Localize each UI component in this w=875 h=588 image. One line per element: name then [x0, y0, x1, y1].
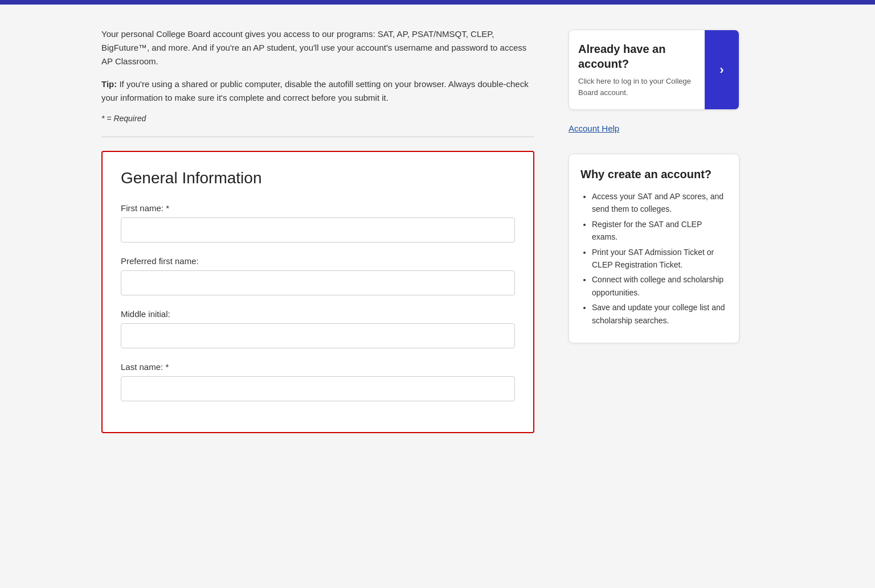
tip-body: If you're using a shared or public compu…: [101, 79, 529, 102]
preferred-first-name-label: Preferred first name:: [121, 256, 515, 266]
already-have-account-text: Already have an account? Click here to l…: [569, 30, 705, 109]
divider: [101, 137, 534, 137]
why-create-title: Why create an account?: [580, 168, 727, 181]
why-create-list: Access your SAT and AP scores, and send …: [580, 190, 727, 327]
preferred-first-name-group: Preferred first name:: [121, 256, 515, 295]
preferred-first-name-input[interactable]: [121, 270, 515, 295]
sidebar: Already have an account? Click here to l…: [569, 27, 739, 433]
account-help-link[interactable]: Account Help: [569, 124, 739, 133]
middle-initial-label: Middle initial:: [121, 309, 515, 319]
list-item: Save and update your college list and sc…: [592, 301, 727, 327]
already-have-account-card[interactable]: Already have an account? Click here to l…: [569, 30, 739, 110]
already-have-account-subtitle: Click here to log in to your College Boa…: [578, 76, 696, 98]
already-have-account-title: Already have an account?: [578, 42, 696, 71]
why-create-card: Why create an account? Access your SAT a…: [569, 154, 739, 343]
last-name-group: Last name: *: [121, 362, 515, 401]
already-have-account-arrow-button[interactable]: ›: [705, 30, 739, 109]
chevron-right-icon: ›: [719, 63, 723, 77]
section-title: General Information: [121, 169, 515, 187]
general-info-box: General Information First name: * Prefer…: [101, 151, 534, 433]
tip-label: Tip:: [101, 79, 117, 89]
top-bar: [0, 0, 875, 5]
middle-initial-group: Middle initial:: [121, 309, 515, 348]
last-name-input[interactable]: [121, 376, 515, 401]
page-container: Your personal College Board account give…: [67, 5, 808, 456]
middle-initial-input[interactable]: [121, 323, 515, 348]
main-content: Your personal College Board account give…: [101, 27, 534, 433]
list-item: Print your SAT Admission Ticket or CLEP …: [592, 246, 727, 272]
first-name-group: First name: *: [121, 203, 515, 242]
required-note: * = Required: [101, 114, 534, 123]
first-name-input[interactable]: [121, 217, 515, 242]
list-item: Register for the SAT and CLEP exams.: [592, 218, 727, 244]
list-item: Connect with college and scholarship opp…: [592, 273, 727, 299]
first-name-label: First name: *: [121, 203, 515, 213]
tip-text: Tip: If you're using a shared or public …: [101, 77, 534, 105]
list-item: Access your SAT and AP scores, and send …: [592, 190, 727, 216]
intro-main-text: Your personal College Board account give…: [101, 27, 534, 68]
last-name-label: Last name: *: [121, 362, 515, 372]
